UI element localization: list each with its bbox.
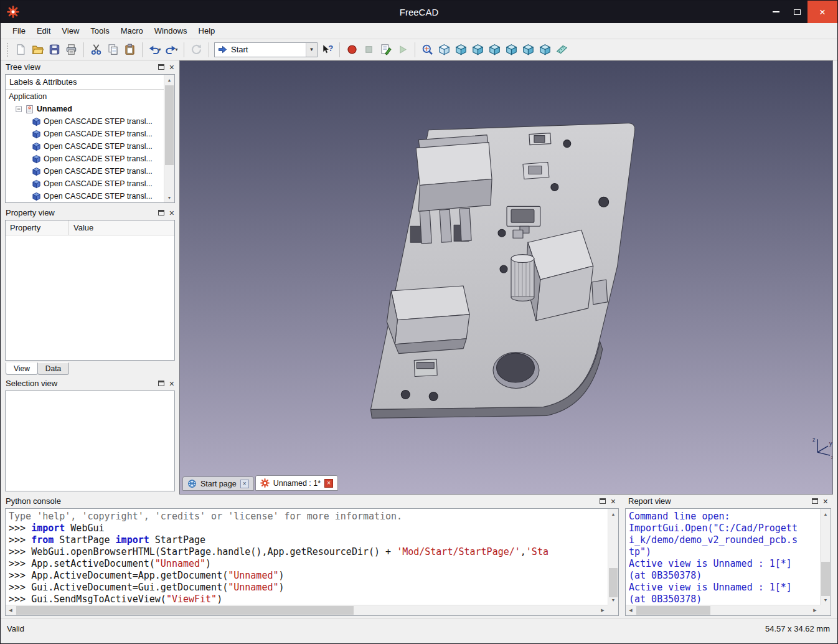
tree-item-step[interactable]: Open CASCADE STEP transl... <box>6 165 164 178</box>
scroll-up-icon[interactable]: ▲ <box>164 75 174 85</box>
open-document-button[interactable] <box>29 41 46 58</box>
view-bottom-button[interactable] <box>520 41 537 58</box>
tab-view[interactable]: View <box>6 362 38 375</box>
tab-start-page[interactable]: Start page × <box>182 476 254 491</box>
tree-item-step[interactable]: Open CASCADE STEP transl... <box>6 128 164 140</box>
console-vertical-scrollbar[interactable]: ▲ ▼ <box>608 509 618 605</box>
view-top-button[interactable] <box>469 41 486 58</box>
cut-button[interactable] <box>88 41 105 58</box>
view-axonometric-button[interactable] <box>436 41 453 58</box>
dropdown-caret-icon[interactable]: ▾ <box>158 47 161 52</box>
console-line: >>> from StartPage import StartPage <box>9 534 607 546</box>
float-panel-icon[interactable] <box>812 498 818 504</box>
close-panel-icon[interactable]: × <box>169 209 174 217</box>
save-document-button[interactable] <box>46 41 63 58</box>
close-panel-icon[interactable]: × <box>169 63 174 72</box>
scrollbar-thumb[interactable] <box>609 568 618 597</box>
tab-data[interactable]: Data <box>37 362 69 375</box>
tree-item-label: Open CASCADE STEP transl... <box>44 192 153 201</box>
tree-item-step[interactable]: Open CASCADE STEP transl... <box>6 178 164 190</box>
close-panel-icon[interactable]: × <box>611 497 616 506</box>
close-button[interactable]: × <box>807 1 837 23</box>
tab-close-icon[interactable]: × <box>240 480 249 488</box>
report-horizontal-scrollbar[interactable]: ◀ ▶ <box>626 605 820 615</box>
view-front-button[interactable] <box>453 41 469 58</box>
stop-icon <box>363 44 375 55</box>
scrollbar-thumb[interactable] <box>821 562 830 596</box>
scrollbar-thumb[interactable] <box>165 85 174 165</box>
cube-icon <box>539 44 551 55</box>
macro-play-button[interactable] <box>394 41 411 58</box>
view-rear-button[interactable] <box>503 41 520 58</box>
menu-view[interactable]: View <box>56 24 85 37</box>
print-document-button[interactable] <box>63 41 80 58</box>
close-panel-icon[interactable]: × <box>823 497 828 506</box>
menu-windows[interactable]: Windows <box>149 24 193 37</box>
scroll-left-icon[interactable]: ◀ <box>626 605 636 615</box>
tree-item-step[interactable]: Open CASCADE STEP transl... <box>6 140 164 153</box>
tab-close-icon[interactable]: × <box>324 479 333 488</box>
tree-item-application[interactable]: Application <box>6 90 164 103</box>
dropdown-caret-icon[interactable]: ▾ <box>175 47 177 52</box>
float-panel-icon[interactable] <box>158 64 164 70</box>
scroll-left-icon[interactable]: ◀ <box>6 605 16 615</box>
macro-edit-button[interactable] <box>377 41 394 58</box>
scroll-right-icon[interactable]: ▶ <box>810 605 820 615</box>
float-panel-icon[interactable] <box>158 210 164 215</box>
new-document-button[interactable] <box>12 41 29 58</box>
redo-button[interactable]: ▾ <box>163 41 180 58</box>
tree-item-step[interactable]: Open CASCADE STEP transl... <box>6 115 164 128</box>
menu-help[interactable]: Help <box>193 24 221 37</box>
menu-file[interactable]: File <box>7 24 31 37</box>
play-icon <box>397 44 408 55</box>
view-left-button[interactable] <box>537 41 553 58</box>
report-vertical-scrollbar[interactable]: ▲ ▼ <box>820 509 831 605</box>
scroll-right-icon[interactable]: ▶ <box>598 605 608 615</box>
minimize-button[interactable] <box>765 1 786 23</box>
scroll-up-icon[interactable]: ▲ <box>608 509 618 519</box>
python-console-body[interactable]: Type 'help', 'copyright', 'credits' or '… <box>5 508 619 616</box>
view-right-button[interactable] <box>486 41 503 58</box>
undo-button[interactable]: ▾ <box>146 41 163 58</box>
3d-canvas[interactable]: z y x <box>180 61 832 494</box>
scroll-down-icon[interactable]: ▼ <box>821 595 831 605</box>
workbench-start-icon <box>218 45 227 54</box>
maximize-button[interactable] <box>786 1 807 23</box>
measure-distance-button[interactable] <box>553 41 570 58</box>
menu-macro[interactable]: Macro <box>115 24 149 37</box>
menu-edit[interactable]: Edit <box>31 24 56 37</box>
selection-view-content[interactable] <box>5 391 175 491</box>
console-horizontal-scrollbar[interactable]: ◀ ▶ <box>6 605 608 615</box>
tree-item-label: Open CASCADE STEP transl... <box>44 154 153 163</box>
menu-tools[interactable]: Tools <box>85 24 115 37</box>
copy-button[interactable] <box>105 41 121 58</box>
macro-record-button[interactable] <box>344 41 360 58</box>
scroll-down-icon[interactable]: ▼ <box>164 192 174 202</box>
python-console-text[interactable]: Type 'help', 'copyright', 'credits' or '… <box>9 511 607 604</box>
tree-item-document[interactable]: Unnamed <box>6 103 164 115</box>
tree-vertical-scrollbar[interactable]: ▲ ▼ <box>164 75 174 202</box>
zoom-fit-icon <box>421 44 433 55</box>
workbench-dropdown-button[interactable]: ▼ <box>306 43 317 57</box>
scrollbar-thumb[interactable] <box>16 606 354 615</box>
close-panel-icon[interactable]: × <box>169 379 174 388</box>
scrollbar-thumb[interactable] <box>636 606 710 615</box>
refresh-button[interactable] <box>188 41 205 58</box>
paste-button[interactable] <box>121 41 138 58</box>
scroll-up-icon[interactable]: ▲ <box>821 509 831 519</box>
view-fit-all-button[interactable] <box>419 41 436 58</box>
report-view-body[interactable]: Command line open:ImportGui.Open("C:/Cad… <box>625 508 831 616</box>
expander-minus-icon[interactable] <box>16 106 22 113</box>
toolbar-drag-handle[interactable] <box>7 43 9 57</box>
tab-unnamed-document[interactable]: Unnamed : 1* × <box>255 475 338 491</box>
tree-item-step[interactable]: Open CASCADE STEP transl... <box>6 153 164 165</box>
workbench-selector[interactable]: Start ▼ <box>214 42 318 57</box>
whats-this-button[interactable]: ? <box>319 41 336 58</box>
tree-item-step[interactable]: Open CASCADE STEP transl... <box>6 190 164 202</box>
scroll-down-icon[interactable]: ▼ <box>608 595 618 605</box>
3d-viewport: z y x Start page × Unnamed : 1* × <box>179 60 833 495</box>
macro-stop-button[interactable] <box>360 41 377 58</box>
property-table-header: Property Value <box>6 220 174 235</box>
float-panel-icon[interactable] <box>600 498 606 504</box>
float-panel-icon[interactable] <box>158 381 164 386</box>
